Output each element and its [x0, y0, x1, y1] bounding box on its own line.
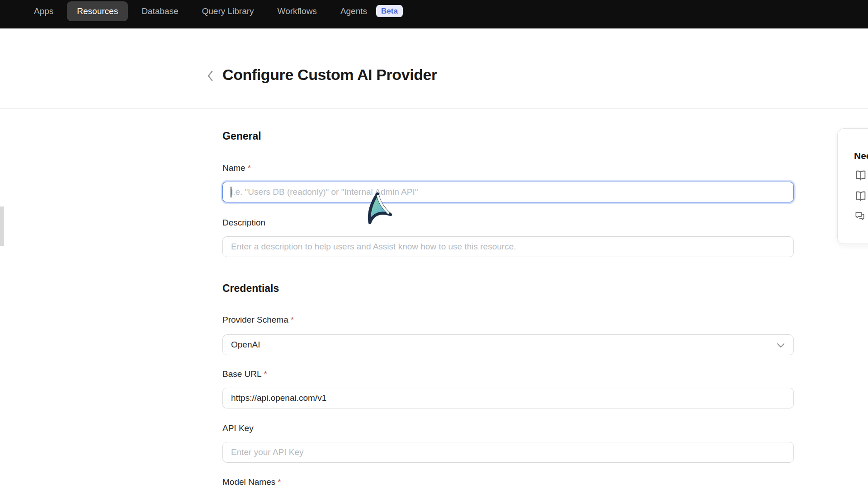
description-input[interactable] [222, 236, 794, 257]
page: Apps Resources Database Query Library Wo… [0, 0, 868, 488]
field-model-names-label: Model Names [222, 477, 275, 487]
nav-tab-agents-group: Agents Beta [340, 2, 403, 20]
section-heading-general: General [222, 130, 794, 142]
book-icon [854, 189, 868, 203]
book-icon [854, 169, 868, 182]
top-nav: Apps Resources Database Query Library Wo… [0, 0, 868, 28]
chevron-down-icon [775, 340, 786, 351]
provider-schema-value: OpenAI [231, 340, 260, 350]
help-link-docs-1[interactable] [854, 169, 868, 182]
field-description-label: Description [222, 218, 265, 227]
field-description: Description [222, 217, 794, 257]
section-heading-credentials: Credentials [222, 282, 794, 295]
left-edge-strip [0, 206, 4, 246]
base-url-input[interactable] [222, 388, 794, 408]
field-provider-schema: Provider Schema* OpenAI [222, 314, 794, 355]
nav-tab-workflows[interactable]: Workflows [278, 2, 317, 20]
field-name-label: Name [222, 163, 245, 173]
chevron-left-icon [206, 70, 215, 82]
name-input[interactable] [222, 182, 794, 202]
help-panel: Nee S [837, 128, 868, 244]
provider-schema-select[interactable]: OpenAI [222, 334, 794, 355]
required-marker: * [291, 315, 294, 324]
field-api-key: API Key [222, 423, 794, 463]
header-divider [0, 108, 868, 109]
field-base-url-label: Base URL [222, 369, 262, 379]
chat-icon [854, 210, 866, 222]
field-model-names: Model Names* [222, 477, 794, 488]
nav-tab-apps[interactable]: Apps [34, 2, 53, 20]
nav-tab-query-library[interactable]: Query Library [202, 2, 254, 20]
required-marker: * [264, 369, 267, 379]
page-title: Configure Custom AI Provider [222, 66, 437, 84]
field-name: Name* [222, 163, 794, 202]
help-link-docs-2[interactable] [854, 189, 868, 203]
nav-tab-database[interactable]: Database [142, 2, 178, 20]
back-button[interactable] [203, 68, 218, 84]
required-marker: * [278, 477, 281, 487]
help-link-support[interactable]: S [854, 210, 868, 222]
help-panel-title: Nee [854, 150, 868, 161]
name-input-wrap [222, 182, 794, 202]
text-caret [231, 187, 231, 197]
field-provider-schema-label: Provider Schema [222, 315, 288, 324]
field-api-key-label: API Key [222, 423, 254, 433]
required-marker: * [248, 163, 251, 173]
beta-badge: Beta [376, 5, 403, 17]
api-key-input[interactable] [222, 442, 794, 463]
field-base-url: Base URL* [222, 369, 794, 408]
nav-tab-agents[interactable]: Agents [340, 2, 367, 20]
nav-tab-resources[interactable]: Resources [67, 1, 128, 21]
